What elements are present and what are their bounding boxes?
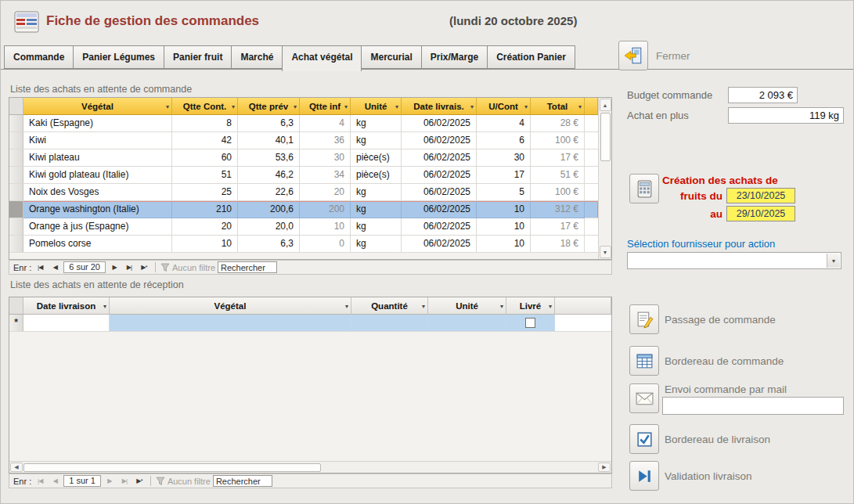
column-dropdown-icon[interactable]: ▾ — [395, 103, 398, 110]
last-record-button[interactable]: ▶| — [118, 475, 131, 487]
column-dropdown-icon[interactable]: ▾ — [500, 302, 503, 309]
row-selector[interactable] — [9, 218, 23, 236]
table-cell[interactable]: 36 — [300, 132, 351, 149]
column-dropdown-icon[interactable]: ▾ — [232, 103, 235, 110]
column-dropdown-icon[interactable]: ▾ — [470, 103, 474, 110]
table-cell[interactable]: 6 — [477, 132, 531, 149]
table-cell[interactable]: 6,3 — [238, 236, 300, 253]
column-header[interactable]: Date livraison▾ — [23, 297, 110, 315]
table-cell[interactable] — [506, 315, 555, 332]
table-cell[interactable]: 6,3 — [238, 115, 300, 132]
table-cell[interactable] — [23, 315, 110, 332]
tab-marche[interactable]: Marché — [231, 45, 283, 69]
column-header[interactable]: Livré▾ — [506, 297, 555, 315]
row-selector[interactable] — [9, 149, 23, 167]
column-dropdown-icon[interactable]: ▾ — [549, 302, 552, 309]
mail-address-input[interactable] — [662, 397, 844, 415]
column-dropdown-icon[interactable]: ▾ — [345, 302, 348, 309]
table-cell[interactable]: 30 — [477, 149, 531, 167]
passage-commande-button[interactable] — [629, 304, 659, 334]
scrollbar-thumb[interactable] — [600, 113, 611, 161]
table-cell[interactable]: 51 € — [531, 167, 585, 184]
column-header[interactable]: Qtte inf▾ — [300, 98, 351, 115]
new-record-row[interactable]: * — [9, 315, 611, 332]
table-row[interactable]: Orange à jus (Espagne)2020,010kg06/02/20… — [9, 218, 598, 236]
next-record-button[interactable]: ▶ — [103, 475, 116, 487]
table-row[interactable]: Kiwi gold plateau (Italie)5146,234pièce(… — [9, 167, 598, 184]
table-cell[interactable]: Kiwi — [23, 132, 172, 149]
column-dropdown-icon[interactable]: ▾ — [524, 103, 528, 110]
table-cell[interactable]: Orange washington (Italie) — [23, 201, 172, 218]
bordereau-commande-button[interactable] — [629, 346, 659, 376]
row-selector[interactable] — [9, 115, 23, 132]
table-cell[interactable]: 06/02/2025 — [402, 201, 477, 218]
table-cell[interactable]: 06/02/2025 — [402, 167, 477, 184]
filter-status-button[interactable]: Aucun filtre — [160, 263, 215, 272]
column-header[interactable]: Végétal▾ — [110, 297, 351, 315]
table-cell[interactable]: 100 € — [531, 132, 585, 149]
create-purchases-button[interactable] — [629, 174, 659, 203]
table-cell[interactable]: 51 — [172, 167, 238, 184]
table-cell[interactable]: 10 — [477, 236, 531, 253]
table-cell[interactable]: 20,0 — [238, 218, 300, 236]
table-cell[interactable]: 46,2 — [238, 167, 300, 184]
table-cell[interactable]: 312 € — [531, 201, 585, 218]
table-cell[interactable]: kg — [351, 201, 402, 218]
record-position[interactable]: 1 sur 1 — [63, 475, 101, 487]
table-cell[interactable]: 200 — [300, 201, 351, 218]
table-row[interactable]: Kiwi plateau6053,630pièce(s)06/02/202530… — [9, 149, 598, 167]
column-dropdown-icon[interactable]: ▾ — [344, 103, 348, 110]
hscrollbar-thumb[interactable] — [23, 463, 321, 472]
table-cell[interactable]: 5 — [477, 184, 531, 201]
table-cell[interactable]: 25 — [172, 184, 238, 201]
table-row[interactable]: Orange washington (Italie)210200,6200kg0… — [9, 201, 598, 218]
table-cell[interactable]: Orange à jus (Espagne) — [23, 218, 172, 236]
table-cell[interactable]: 17 — [477, 167, 531, 184]
row-selector[interactable] — [9, 184, 23, 201]
table-cell[interactable]: 17 € — [531, 149, 585, 167]
table-row[interactable]: Kiwi4240,136kg06/02/20256100 € — [9, 132, 598, 149]
orders-vertical-scrollbar[interactable]: ▲ ▼ — [598, 98, 611, 259]
envoi-mail-button[interactable] — [629, 383, 659, 413]
scroll-up-icon[interactable]: ▲ — [600, 99, 611, 111]
table-row[interactable]: Noix des Vosges2522,620kg06/02/20255100 … — [9, 184, 598, 201]
bordereau-livraison-button[interactable] — [629, 424, 659, 454]
row-selector[interactable] — [9, 132, 23, 149]
table-cell[interactable]: pièce(s) — [351, 167, 402, 184]
budget-value-field[interactable]: 2 093 € — [728, 87, 798, 103]
table-cell[interactable]: 30 — [300, 149, 351, 167]
extra-purchase-value-field[interactable]: 119 kg — [728, 107, 844, 124]
table-cell[interactable]: kg — [351, 184, 402, 201]
supplier-combobox[interactable]: ▾ — [627, 252, 841, 269]
table-cell[interactable]: 17 € — [531, 218, 585, 236]
table-cell[interactable]: kg — [351, 218, 402, 236]
column-header[interactable]: Végétal▾ — [23, 98, 172, 115]
table-cell[interactable] — [110, 315, 351, 332]
table-cell[interactable]: kg — [351, 115, 402, 132]
table-cell[interactable]: Noix des Vosges — [23, 184, 172, 201]
table-cell[interactable]: pièce(s) — [351, 149, 402, 167]
column-header[interactable]: Date livrais.▾ — [402, 98, 477, 115]
table-cell[interactable]: 10 — [477, 201, 531, 218]
fermer-button[interactable] — [618, 41, 648, 70]
tab-creation-panier[interactable]: Création Panier — [487, 45, 575, 69]
table-cell[interactable]: 28 € — [531, 115, 585, 132]
tab-prix-marge[interactable]: Prix/Marge — [421, 45, 488, 69]
table-cell[interactable]: 18 € — [531, 236, 585, 253]
table-cell[interactable]: Kaki (Espagne) — [23, 115, 172, 132]
table-cell[interactable]: kg — [351, 132, 402, 149]
row-selector[interactable] — [9, 167, 23, 184]
scroll-right-icon[interactable]: ▶ — [598, 463, 611, 472]
column-dropdown-icon[interactable]: ▾ — [294, 103, 297, 110]
column-dropdown-icon[interactable]: ▾ — [578, 103, 582, 110]
column-header[interactable]: Unité▾ — [428, 297, 506, 315]
table-cell[interactable]: 42 — [172, 132, 238, 149]
scroll-left-icon[interactable]: ◀ — [10, 463, 23, 472]
table-cell[interactable]: 06/02/2025 — [402, 115, 477, 132]
next-record-button[interactable]: ▶ — [108, 261, 121, 273]
date-from-field[interactable]: 23/10/2025 — [726, 188, 795, 203]
table-cell[interactable]: 10 — [172, 236, 238, 253]
table-cell[interactable]: 06/02/2025 — [402, 218, 477, 236]
table-cell[interactable]: 200,6 — [238, 201, 300, 218]
table-cell[interactable]: 60 — [172, 149, 238, 167]
